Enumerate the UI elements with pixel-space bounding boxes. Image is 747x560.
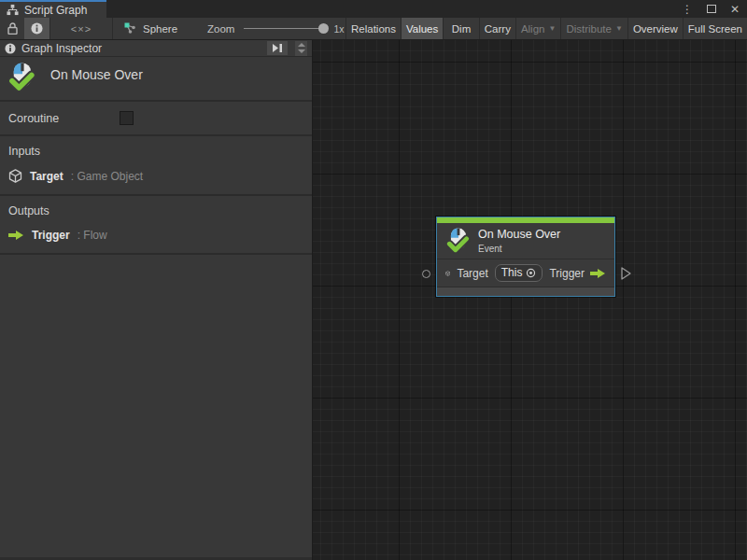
- input-name: Target: [30, 170, 63, 183]
- node-header: On Mouse Over Event: [437, 223, 614, 259]
- tab-label: Script Graph: [24, 4, 87, 17]
- toolbar-button-distribute[interactable]: Distribute ▼: [560, 18, 627, 39]
- node-footer: [437, 287, 614, 296]
- info-icon: [5, 43, 16, 54]
- cube-icon: [8, 169, 22, 183]
- lock-button[interactable]: [0, 18, 24, 39]
- inputs-header: Inputs: [0, 145, 312, 167]
- tab-script-graph[interactable]: Script Graph: [0, 0, 106, 18]
- toolbar-button-dim[interactable]: Dim: [443, 18, 479, 39]
- zoom-control: Zoom 1x: [196, 18, 345, 39]
- inspector-toggle-button[interactable]: [24, 18, 49, 39]
- inputs-section: Inputs Target : Game Object: [0, 136, 312, 196]
- panel-spinner[interactable]: [295, 41, 307, 56]
- graph-canvas[interactable]: On Mouse Over Event Target This: [313, 40, 747, 560]
- graph-inspector-header: Graph Inspector: [0, 40, 312, 57]
- zoom-label: Zoom: [207, 23, 234, 35]
- node-output-label: Trigger: [549, 267, 585, 280]
- script-graph-icon: [7, 4, 19, 16]
- mouse-event-icon: [8, 63, 36, 92]
- object-picker-icon: [526, 268, 536, 278]
- target-value-dropdown[interactable]: This: [495, 264, 543, 282]
- outputs-section: Outputs Trigger : Flow: [0, 196, 312, 255]
- event-node-group: On Mouse Over Event Target This: [436, 217, 615, 297]
- toolbar-button-overview[interactable]: Overview: [627, 18, 683, 39]
- flow-arrow-icon: [8, 230, 24, 241]
- toolbar-button-fullscreen[interactable]: Full Screen: [683, 18, 747, 39]
- coroutine-checkbox[interactable]: [120, 111, 134, 125]
- toolbar-button-carry[interactable]: Carry: [479, 18, 515, 39]
- toolbar-button-relations[interactable]: Relations: [345, 18, 401, 39]
- graph-toolbar: <×> Sphere Zoom 1x Relations Values Dim …: [0, 18, 747, 40]
- graph-inspector-panel: Graph Inspector On Mouse Over Coroutine …: [0, 40, 313, 560]
- chevron-down-icon: ▼: [548, 24, 556, 33]
- node-output-port[interactable]: [621, 267, 631, 284]
- output-port-row: Trigger : Flow: [0, 227, 312, 244]
- node-input-label: Target: [457, 267, 487, 280]
- zoom-slider[interactable]: [244, 28, 324, 29]
- flow-arrow-icon: [590, 268, 606, 279]
- input-type: : Game Object: [71, 170, 143, 183]
- code-view-button[interactable]: <×>: [50, 18, 112, 39]
- node-title: On Mouse Over: [478, 228, 560, 241]
- zoom-slider-thumb[interactable]: [318, 23, 329, 34]
- window-maximize-icon[interactable]: [707, 5, 716, 13]
- unit-summary: On Mouse Over: [0, 57, 312, 102]
- node-subtitle: Event: [478, 244, 560, 254]
- spinner-down-icon[interactable]: [298, 49, 305, 53]
- window-titlebar: Script Graph ⋮ ✕: [0, 0, 747, 18]
- graph-reference-icon: [124, 22, 136, 35]
- mouse-event-icon: [446, 228, 471, 254]
- output-name: Trigger: [32, 229, 70, 242]
- graph-reference-label: Sphere: [143, 23, 177, 35]
- coroutine-row: Coroutine: [0, 102, 312, 136]
- chevron-down-icon: ▼: [615, 24, 623, 33]
- on-mouse-over-node[interactable]: On Mouse Over Event Target This: [436, 217, 615, 297]
- spinner-up-icon[interactable]: [298, 43, 305, 47]
- lock-icon: [7, 22, 18, 35]
- window-menu-icon[interactable]: ⋮: [682, 4, 693, 15]
- graph-reference-breadcrumb[interactable]: Sphere: [113, 18, 196, 39]
- outputs-header: Outputs: [0, 204, 312, 227]
- zoom-value: 1x: [333, 23, 344, 35]
- toolbar-button-align[interactable]: Align ▼: [515, 18, 561, 39]
- cube-icon: [445, 267, 450, 280]
- input-port-row: Target : Game Object: [0, 167, 312, 185]
- node-input-port[interactable]: [422, 270, 430, 278]
- output-type: : Flow: [78, 229, 107, 242]
- target-value: This: [501, 266, 523, 279]
- graph-inspector-title: Graph Inspector: [21, 42, 261, 55]
- dock-panel-icon[interactable]: [267, 41, 288, 55]
- unit-title: On Mouse Over: [50, 67, 143, 82]
- toolbar-button-values[interactable]: Values: [401, 18, 443, 39]
- node-ports-row: Target This Trigger: [437, 259, 614, 287]
- info-icon: [31, 22, 43, 35]
- coroutine-label: Coroutine: [8, 112, 59, 125]
- window-close-icon[interactable]: ✕: [730, 4, 740, 15]
